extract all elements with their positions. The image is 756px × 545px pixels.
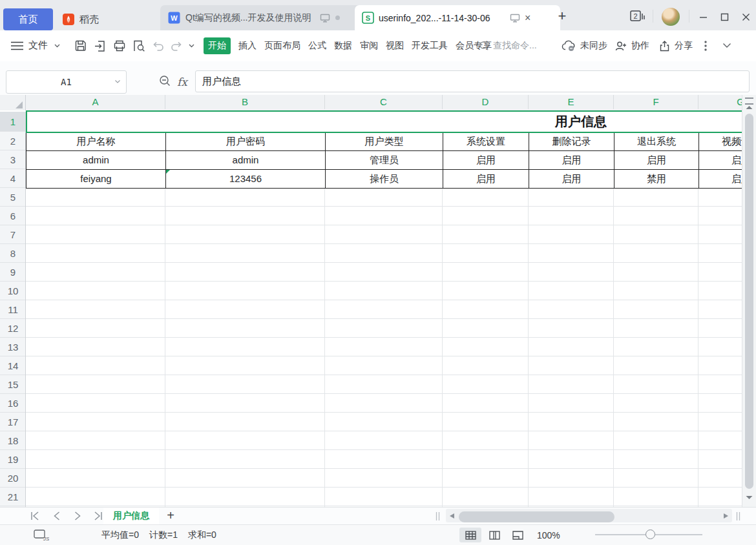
- print-preview-icon[interactable]: [132, 30, 146, 61]
- print-icon[interactable]: [112, 30, 127, 61]
- ribbon-tab-页面布局[interactable]: 页面布局: [264, 40, 300, 52]
- cell-F4[interactable]: 禁用: [614, 170, 699, 189]
- row-header-2[interactable]: 2: [0, 132, 26, 150]
- cell-C4[interactable]: 操作员: [326, 170, 443, 189]
- cell-grid[interactable]: 用户信息 用户名称用户密码用户类型系统设置删除记录退出系统视频设置adminad…: [26, 112, 742, 507]
- zoom-level[interactable]: 100%: [537, 525, 560, 545]
- column-header-B[interactable]: B: [165, 95, 325, 109]
- window-count-button[interactable]: 2: [630, 10, 646, 23]
- cell-F2[interactable]: 退出系统: [614, 132, 699, 151]
- share-button[interactable]: 分享: [658, 30, 693, 61]
- cell-G3[interactable]: 启用: [699, 151, 742, 170]
- cell-B2[interactable]: 用户密码: [166, 132, 326, 151]
- close-tab-icon[interactable]: ×: [525, 13, 530, 23]
- row-header-13[interactable]: 13: [0, 338, 26, 356]
- fx-icon[interactable]: fx: [177, 76, 187, 88]
- cell-F3[interactable]: 启用: [614, 151, 699, 170]
- document-tab-writer[interactable]: W Qt编写的视频...开发及使用说明: [160, 5, 368, 30]
- undo-icon[interactable]: [151, 30, 165, 61]
- cell-E2[interactable]: 删除记录: [529, 132, 614, 151]
- cell-D4[interactable]: 启用: [443, 170, 529, 189]
- name-box[interactable]: A1: [6, 70, 127, 94]
- row-header-10[interactable]: 10: [0, 282, 26, 300]
- new-tab-button[interactable]: +: [554, 9, 570, 25]
- ribbon-tab-视图[interactable]: 视图: [386, 40, 404, 52]
- column-header-E[interactable]: E: [529, 95, 614, 109]
- ribbon-tab-开始[interactable]: 开始: [204, 37, 231, 54]
- cell-G2[interactable]: 视频设置: [699, 132, 742, 151]
- row-header-21[interactable]: 21: [0, 488, 26, 506]
- document-tab-active[interactable]: S userinfo_202...-11-14-30-06 ×: [355, 5, 560, 30]
- ribbon-tab-公式[interactable]: 公式: [308, 40, 326, 52]
- sync-status[interactable]: 未同步: [561, 30, 607, 61]
- cell-B4[interactable]: 123456: [166, 170, 326, 189]
- maximize-button[interactable]: [715, 8, 733, 26]
- main-menu-icon[interactable]: [11, 30, 23, 61]
- name-box-chevron-icon[interactable]: [115, 80, 120, 83]
- macro-status-icon[interactable]: JS: [34, 530, 49, 541]
- more-options-icon[interactable]: [704, 30, 707, 61]
- cell-B3[interactable]: admin: [166, 151, 326, 170]
- row-header-17[interactable]: 17: [0, 413, 26, 431]
- vertical-scroll-thumb[interactable]: [745, 114, 753, 489]
- row-header-6[interactable]: 6: [0, 207, 26, 225]
- ribbon-tab-审阅[interactable]: 审阅: [360, 40, 378, 52]
- merged-title-cell[interactable]: 用户信息: [26, 112, 742, 132]
- ribbon-tab-开发工具[interactable]: 开发工具: [412, 40, 448, 52]
- row-header-12[interactable]: 12: [0, 319, 26, 338]
- sheetbar-resize-handle-icon[interactable]: [736, 512, 740, 520]
- cell-E3[interactable]: 启用: [529, 151, 614, 170]
- last-sheet-icon[interactable]: [93, 511, 103, 520]
- scroll-up-icon[interactable]: [746, 105, 753, 110]
- row-header-4[interactable]: 4: [0, 169, 26, 188]
- home-tab-button[interactable]: 首页: [3, 8, 53, 30]
- horizontal-scrollbar[interactable]: [446, 509, 732, 522]
- collaborate-button[interactable]: 协作: [614, 30, 649, 61]
- row-header-7[interactable]: 7: [0, 225, 26, 244]
- cell-E4[interactable]: 启用: [529, 170, 614, 189]
- save-icon[interactable]: [74, 30, 88, 61]
- row-header-3[interactable]: 3: [0, 150, 26, 169]
- file-menu-chevron-icon[interactable]: [54, 30, 60, 61]
- select-all-corner[interactable]: [0, 95, 26, 110]
- horizontal-scroll-thumb[interactable]: [459, 511, 614, 522]
- collapse-ribbon-chevron-icon[interactable]: [722, 30, 731, 61]
- row-header-11[interactable]: 11: [0, 300, 26, 319]
- row-header-18[interactable]: 18: [0, 431, 26, 450]
- row-header-5[interactable]: 5: [0, 188, 26, 207]
- user-avatar[interactable]: [662, 8, 680, 26]
- ribbon-tab-插入[interactable]: 插入: [238, 40, 257, 52]
- export-icon[interactable]: [93, 30, 107, 61]
- row-header-8[interactable]: 8: [0, 244, 26, 263]
- column-header-F[interactable]: F: [614, 95, 698, 109]
- close-window-button[interactable]: [737, 8, 755, 26]
- zoom-slider-thumb[interactable]: [646, 530, 655, 539]
- monitor-icon[interactable]: [510, 14, 520, 23]
- add-sheet-button[interactable]: +: [163, 508, 178, 524]
- row-header-20[interactable]: 20: [0, 469, 26, 488]
- cell-D2[interactable]: 系统设置: [443, 132, 529, 151]
- cell-D3[interactable]: 启用: [443, 151, 529, 170]
- scroll-down-icon[interactable]: [746, 495, 753, 500]
- column-header-D[interactable]: D: [443, 95, 529, 109]
- ribbon-tab-数据[interactable]: 数据: [334, 40, 352, 52]
- sheet-tab-active[interactable]: 用户信息: [103, 508, 159, 524]
- row-header-14[interactable]: 14: [0, 356, 26, 375]
- split-handle-icon[interactable]: [745, 98, 753, 105]
- row-header-1[interactable]: 1: [0, 112, 26, 132]
- row-header-9[interactable]: 9: [0, 263, 26, 282]
- column-header-A[interactable]: A: [26, 95, 165, 109]
- column-header-G[interactable]: G: [698, 95, 742, 109]
- cell-A2[interactable]: 用户名称: [26, 132, 166, 151]
- redo-icon[interactable]: [169, 30, 184, 61]
- cell-G4[interactable]: 启用: [699, 170, 742, 189]
- first-sheet-icon[interactable]: [30, 511, 40, 520]
- row-header-19[interactable]: 19: [0, 450, 26, 469]
- column-header-C[interactable]: C: [325, 95, 443, 109]
- row-header-16[interactable]: 16: [0, 394, 26, 413]
- command-search[interactable]: 查找命令...: [479, 30, 537, 61]
- minimize-button[interactable]: [694, 8, 712, 26]
- row-header-15[interactable]: 15: [0, 375, 26, 394]
- cell-C2[interactable]: 用户类型: [326, 132, 443, 151]
- cell-C3[interactable]: 管理员: [326, 151, 443, 170]
